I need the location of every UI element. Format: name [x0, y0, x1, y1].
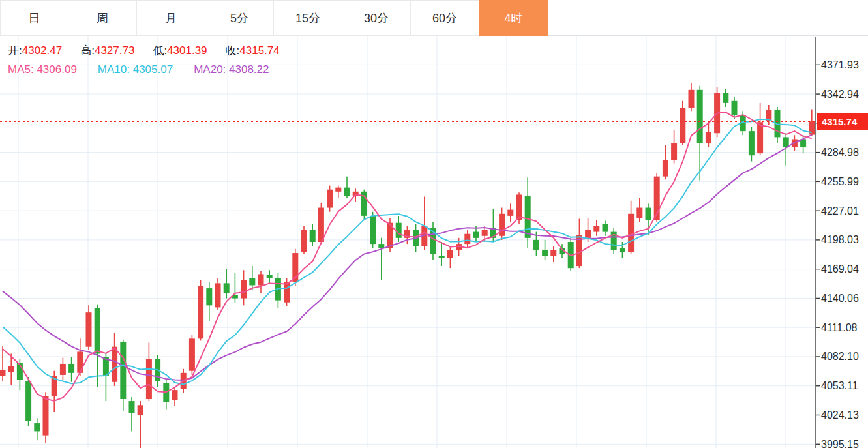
tab-60min[interactable]: 60分: [411, 0, 479, 36]
ohlc-open-label: 开:: [8, 44, 22, 57]
tab-day[interactable]: 日: [0, 0, 68, 36]
current-price-tag: 4315.74: [817, 113, 868, 130]
ohlc-close-label: 收:: [226, 44, 240, 57]
ohlc-close: 收:4315.74: [226, 44, 280, 57]
interval-tabbar: 日周月5分15分30分60分4时: [0, 0, 868, 36]
y-axis-label: 4053.11: [821, 380, 867, 392]
tab-4hour[interactable]: 4时: [479, 0, 548, 36]
ma-readout: MA5: 4306.09MA10: 4305.07MA20: 4308.22: [8, 62, 290, 78]
y-axis-label: 4111.08: [821, 321, 867, 334]
y-axis-label: 4371.93: [821, 59, 867, 71]
y-axis-label: 4140.06: [821, 292, 867, 305]
ma5-readout: MA5: 4306.09: [8, 63, 77, 76]
tab-month[interactable]: 月: [137, 0, 205, 36]
ohlc-high-value: 4327.73: [95, 44, 134, 57]
tab-5min[interactable]: 5分: [205, 0, 274, 36]
candlestick-chart[interactable]: [0, 36, 868, 448]
y-axis-label: 3995.15: [821, 438, 867, 448]
y-axis-label: 4082.10: [821, 350, 867, 363]
y-axis-label: 4284.98: [821, 146, 867, 158]
tab-30min[interactable]: 30分: [342, 0, 411, 36]
ohlc-open-value: 4302.47: [22, 44, 62, 57]
ohlc-high: 高:4327.73: [80, 44, 134, 57]
y-axis-label: 4024.13: [821, 409, 867, 421]
ohlc-readout: 开:4302.47高:4327.73低:4301.39收:4315.74: [8, 43, 298, 59]
tab-15min[interactable]: 15分: [274, 0, 342, 36]
y-axis-label: 4342.94: [821, 88, 867, 100]
ohlc-close-value: 4315.74: [239, 44, 279, 57]
ma10-readout: MA10: 4305.07: [98, 63, 173, 76]
y-axis-label: 4227.01: [821, 205, 867, 217]
ohlc-low-label: 低:: [153, 44, 167, 57]
y-axis-label: 4169.04: [821, 263, 867, 275]
y-axis-label: 4255.99: [821, 175, 867, 188]
ohlc-low-value: 4301.39: [167, 44, 207, 57]
y-axis-label: 4198.03: [821, 233, 867, 246]
tab-week[interactable]: 周: [68, 0, 137, 36]
ohlc-open: 开:4302.47: [8, 44, 62, 57]
ohlc-high-label: 高:: [80, 44, 95, 57]
ma20-readout: MA20: 4308.22: [194, 63, 269, 76]
ohlc-low: 低:4301.39: [153, 44, 207, 57]
